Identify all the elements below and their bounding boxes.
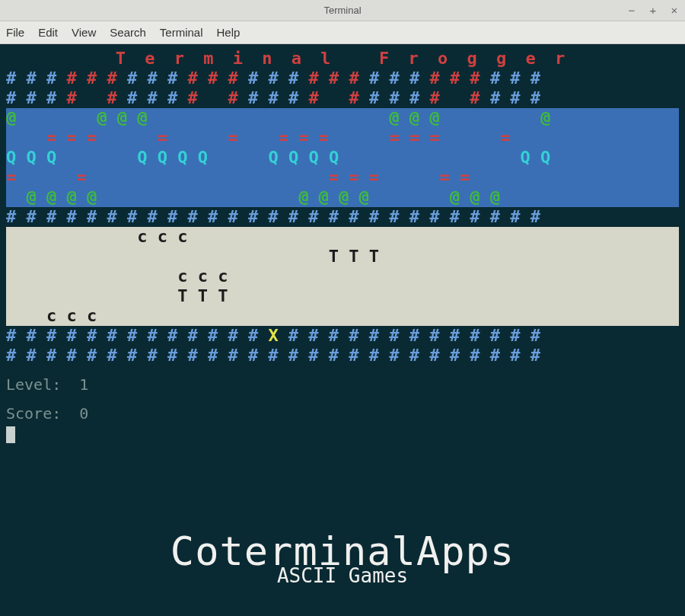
terminal[interactable]: T e r m i n a l F r o g g e r # # # # # …: [0, 44, 685, 616]
menu-search[interactable]: Search: [110, 26, 146, 39]
start-row-1: # # # # # # # # # # # # # X # # # # # # …: [6, 326, 679, 346]
minimize-button[interactable]: −: [626, 4, 638, 17]
water-row-3: Q Q Q Q Q Q Q Q Q Q Q Q Q: [6, 148, 679, 168]
game-title: T e r m i n a l F r o g g e r: [6, 49, 679, 69]
road-row-4: T T T: [6, 286, 679, 306]
menu-edit[interactable]: Edit: [38, 26, 58, 39]
menubar: File Edit View Search Terminal Help: [0, 21, 685, 44]
median-row: # # # # # # # # # # # # # # # # # # # # …: [6, 207, 679, 227]
window-title: Terminal: [323, 5, 361, 16]
overlay: CoterminalApps ASCII Games: [0, 541, 685, 586]
menu-terminal[interactable]: Terminal: [160, 26, 203, 39]
road-row-3: c c c: [6, 267, 679, 286]
maximize-button[interactable]: +: [647, 4, 659, 17]
road-row-5: c c c: [6, 306, 679, 326]
close-button[interactable]: ×: [668, 4, 680, 17]
status-level: Level: 1: [6, 375, 679, 394]
water-row-4: = = = = = = =: [6, 168, 679, 187]
window: Terminal − + × File Edit View Search Ter…: [0, 0, 685, 616]
water-row-5: @ @ @ @ @ @ @ @ @ @ @: [6, 187, 679, 207]
window-controls: − + ×: [626, 4, 680, 17]
titlebar: Terminal − + ×: [0, 0, 685, 21]
bank-top-row-1: # # # # # # # # # # # # # # # # # # # # …: [6, 69, 679, 88]
road-row-2: T T T: [6, 247, 679, 267]
prompt-row: [6, 423, 679, 443]
start-row-2: # # # # # # # # # # # # # # # # # # # # …: [6, 346, 679, 365]
menu-view[interactable]: View: [72, 26, 96, 39]
water-row-1: @ @ @ @ @ @ @ @: [6, 108, 679, 128]
overlay-title: CoterminalApps: [0, 541, 685, 561]
status-score: Score: 0: [6, 404, 679, 423]
cursor: [6, 426, 15, 443]
road-row-1: c c c: [6, 227, 679, 247]
menu-help[interactable]: Help: [217, 26, 241, 39]
bank-top-row-2: # # # # # # # # # # # # # # # # # # # # …: [6, 88, 679, 108]
menu-file[interactable]: File: [6, 26, 24, 39]
water-row-2: = = = = = = = = = = = =: [6, 128, 679, 148]
overlay-subtitle: ASCII Games: [0, 566, 685, 586]
